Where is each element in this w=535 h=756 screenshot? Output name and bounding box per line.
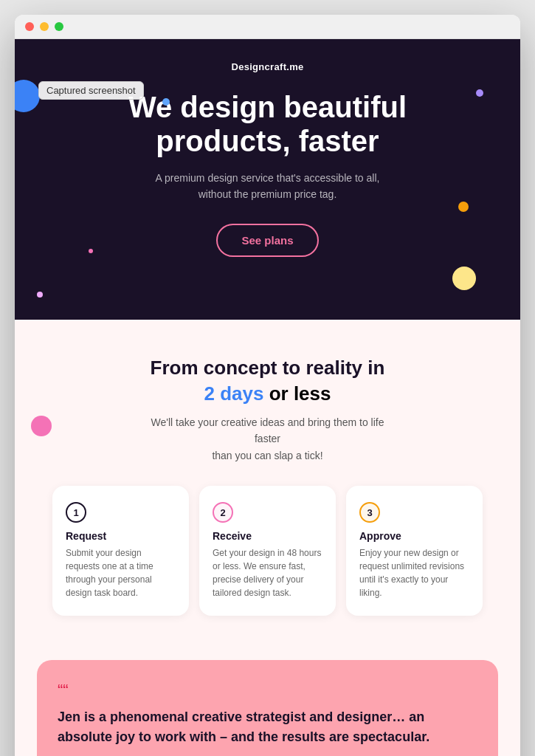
- close-dot: [25, 22, 34, 31]
- deco-circle-pink-small: [89, 249, 93, 253]
- features-section: From concept to reality in 2 days or les…: [15, 320, 520, 660]
- step-1-title: Request: [66, 530, 176, 542]
- expand-dot: [55, 22, 63, 31]
- browser-window: Captured screenshot Designcraft.me We de…: [15, 15, 520, 756]
- deco-circle-lavender: [37, 292, 43, 298]
- screenshot-badge: Captured screenshot: [38, 81, 144, 100]
- step-3-icon: 3: [359, 502, 380, 523]
- testimonial-section: ““ Jen is a phenomenal creative strategi…: [15, 660, 520, 756]
- testimonial-text: Jen is a phenomenal creative strategist …: [58, 707, 477, 747]
- step-2-desc: Get your design in 48 hours or less. We …: [213, 546, 322, 599]
- see-plans-button[interactable]: See plans: [216, 224, 318, 257]
- hero-subtitle-line1: A premium design service that's accessib…: [156, 172, 380, 184]
- features-subheading: 2 days or less: [44, 382, 491, 405]
- step-1-icon: 1: [66, 502, 86, 523]
- hero-subtitle-line2: without the premium price tag.: [199, 188, 337, 200]
- testimonial-card: ““ Jen is a phenomenal creative strategi…: [37, 660, 498, 756]
- deco-circle-cream: [452, 267, 476, 290]
- minimize-dot: [40, 22, 49, 31]
- deco-circle-yellow: [458, 202, 469, 212]
- features-desc-line2: than you can slap a tick!: [212, 450, 322, 461]
- feature-card-3: 3 Approve Enjoy your new design or reque…: [346, 486, 483, 616]
- features-heading: From concept to reality in: [44, 357, 491, 379]
- deco-circle-blue: [15, 80, 40, 112]
- features-grid: 1 Request Submit your design requests on…: [44, 486, 491, 616]
- features-desc: We'll take your creative ideas and bring…: [150, 414, 386, 464]
- hero-title: We design beautiful products, faster: [113, 90, 423, 158]
- features-heading-text: From concept to reality in: [151, 357, 385, 379]
- feature-card-1: 1 Request Submit your design requests on…: [52, 486, 189, 616]
- features-desc-line1: We'll take your creative ideas and bring…: [151, 416, 384, 444]
- feature-card-2: 2 Receive Get your design in 48 hours or…: [199, 486, 336, 616]
- deco-circle-purple: [476, 89, 483, 97]
- step-2-title: Receive: [213, 530, 322, 542]
- step-3-title: Approve: [359, 530, 469, 542]
- hero-subtitle: A premium design service that's accessib…: [59, 170, 476, 203]
- step-2-number: 2: [213, 502, 322, 523]
- step-1-number: 1: [66, 502, 176, 523]
- step-3-number: 3: [359, 502, 469, 523]
- site-logo: Designcraft.me: [59, 61, 476, 72]
- features-accent-days: 2 days: [204, 382, 263, 405]
- deco-pink-dot: [31, 416, 52, 436]
- step-3-desc: Enjoy your new design or request unlimit…: [359, 546, 469, 599]
- step-2-icon: 2: [213, 502, 233, 523]
- step-1-desc: Submit your design requests one at a tim…: [66, 546, 176, 599]
- features-heading2-text: or less: [269, 382, 331, 405]
- browser-chrome: [15, 15, 520, 39]
- quote-icon: ““: [58, 681, 477, 700]
